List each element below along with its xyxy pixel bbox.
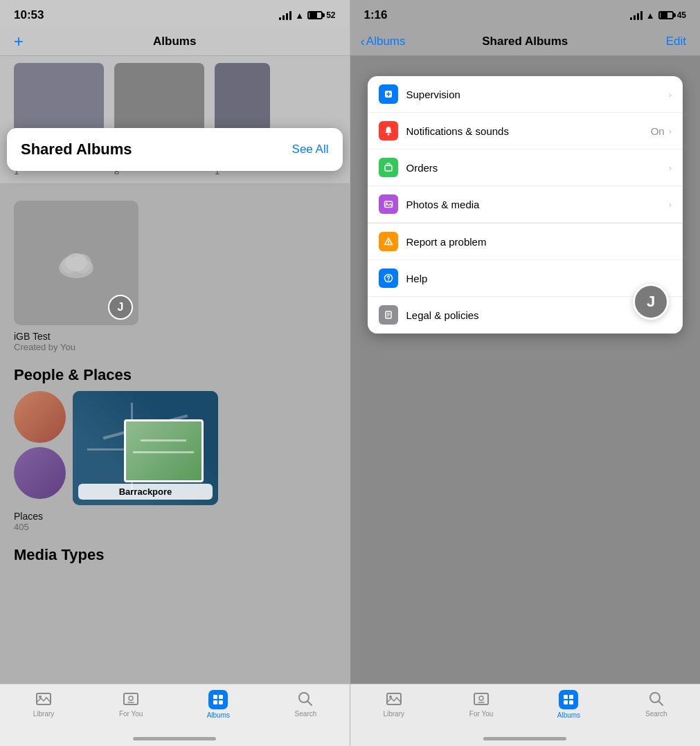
svg-line-40 — [658, 701, 663, 705]
see-all-button[interactable]: See All — [292, 143, 329, 156]
right-tab-search[interactable]: Search — [613, 690, 700, 718]
photos-media-item[interactable]: Photos & media › — [368, 186, 683, 223]
right-battery-icon — [658, 11, 674, 19]
orders-icon — [379, 158, 398, 177]
places-name: Places — [14, 511, 336, 522]
back-chevron-icon: ‹ — [361, 34, 365, 49]
place-label-overlay: Barrackpore — [78, 484, 213, 500]
tab-library[interactable]: Library — [0, 690, 87, 718]
svg-rect-19 — [385, 165, 392, 171]
right-for-you-tab-label: For You — [469, 710, 493, 718]
right-library-tab-label: Library — [383, 710, 404, 718]
albums-active-icon — [208, 690, 228, 709]
for-you-tab-label: For You — [119, 710, 143, 718]
edit-button[interactable]: Edit — [666, 35, 686, 48]
svg-rect-38 — [569, 700, 573, 704]
for-you-icon — [122, 690, 140, 708]
back-label: Albums — [366, 35, 406, 48]
library-tab-label: Library — [33, 710, 55, 718]
person-circle-2[interactable] — [14, 447, 66, 499]
svg-point-33 — [479, 696, 483, 700]
person-circle-1[interactable] — [14, 391, 66, 443]
shared-albums-title: Shared Albums — [21, 140, 132, 158]
right-popup-card: Supervision › Notifications & sounds On … — [368, 76, 683, 334]
svg-point-7 — [129, 696, 133, 700]
right-library-icon — [385, 690, 403, 708]
right-status-icons: ▲ 45 — [630, 10, 686, 21]
supervision-item[interactable]: Supervision › — [368, 76, 683, 113]
svg-rect-12 — [219, 700, 223, 704]
right-for-you-icon — [472, 690, 490, 708]
igb-album-preview: J — [14, 201, 138, 325]
svg-point-23 — [388, 244, 389, 245]
orders-item[interactable]: Orders › — [368, 149, 683, 186]
home-indicator-left — [133, 737, 216, 740]
svg-point-25 — [388, 280, 389, 281]
svg-point-18 — [387, 134, 389, 136]
photos-chevron-icon: › — [669, 199, 672, 210]
right-tab-library[interactable]: Library — [350, 690, 438, 718]
right-battery-level: 45 — [677, 10, 686, 20]
igb-album-avatar: J — [108, 295, 133, 320]
orders-label: Orders — [406, 162, 669, 174]
notifications-label: Notifications & sounds — [406, 125, 651, 137]
right-albums-tab-label: Albums — [557, 711, 580, 719]
svg-rect-11 — [213, 700, 217, 704]
search-icon — [296, 690, 314, 708]
legal-policies-label: Legal & policies — [406, 309, 672, 321]
notifications-icon — [379, 121, 398, 140]
media-types-heading: Media Types — [0, 532, 350, 571]
help-label: Help — [406, 273, 672, 284]
home-indicator-right — [483, 737, 566, 740]
back-to-albums-button[interactable]: ‹ Albums — [361, 34, 406, 49]
left-header: + Albums — [0, 28, 350, 56]
wifi-icon: ▲ — [295, 10, 304, 21]
report-problem-item[interactable]: Report a problem — [368, 224, 683, 260]
places-info: Places 405 — [0, 505, 350, 532]
help-icon — [379, 269, 398, 288]
albums-grid-icon — [212, 693, 224, 706]
right-header: ‹ Albums Shared Albums Edit — [350, 28, 701, 56]
igb-album-section[interactable]: J iGB Test Created by You — [0, 187, 350, 352]
notifications-item[interactable]: Notifications & sounds On › — [368, 113, 683, 149]
photos-media-icon — [379, 194, 398, 214]
legal-policies-icon — [379, 305, 398, 325]
right-page-title: Shared Albums — [482, 35, 568, 48]
photos-media-label: Photos & media — [406, 199, 669, 210]
left-panel: 10:53 ▲ 52 + Albums Favorites 1 — [0, 0, 350, 746]
tab-search[interactable]: Search — [262, 690, 349, 718]
place-box[interactable]: Barrackpore — [73, 391, 218, 505]
svg-rect-9 — [213, 695, 217, 699]
left-page-title: Albums — [153, 35, 196, 48]
svg-point-3 — [65, 253, 87, 271]
right-tab-for-you[interactable]: For You — [438, 690, 525, 718]
left-time: 10:53 — [14, 8, 44, 22]
left-status-bar: 10:53 ▲ 52 — [0, 0, 350, 28]
left-status-icons: ▲ 52 — [279, 10, 335, 21]
report-problem-label: Report a problem — [406, 236, 672, 248]
right-time: 1:16 — [364, 8, 388, 22]
right-search-tab-label: Search — [645, 710, 667, 718]
right-albums-grid-icon — [562, 693, 575, 706]
svg-rect-10 — [219, 695, 223, 699]
right-panel: 1:16 ▲ 45 ‹ Albums Shared Albums Edit — [350, 0, 701, 746]
battery-icon — [307, 11, 323, 19]
right-signal-bars-icon — [630, 10, 643, 20]
add-album-button[interactable]: + — [14, 32, 24, 51]
right-tab-albums[interactable]: Albums — [525, 690, 612, 719]
igb-album-name: iGB Test — [14, 331, 336, 342]
library-icon — [35, 690, 53, 708]
svg-rect-35 — [564, 695, 568, 699]
supervision-icon — [379, 84, 398, 104]
tab-for-you[interactable]: For You — [87, 690, 174, 718]
tab-albums-active[interactable]: Albums — [174, 690, 262, 719]
svg-rect-36 — [569, 695, 573, 699]
people-places-heading: People & Places — [0, 352, 350, 391]
places-count: 405 — [14, 522, 336, 532]
svg-rect-30 — [387, 693, 401, 704]
battery-level: 52 — [326, 10, 335, 20]
svg-line-14 — [307, 701, 312, 705]
notifications-value: On — [651, 125, 665, 137]
right-albums-icon — [559, 690, 578, 709]
svg-rect-37 — [564, 700, 568, 704]
